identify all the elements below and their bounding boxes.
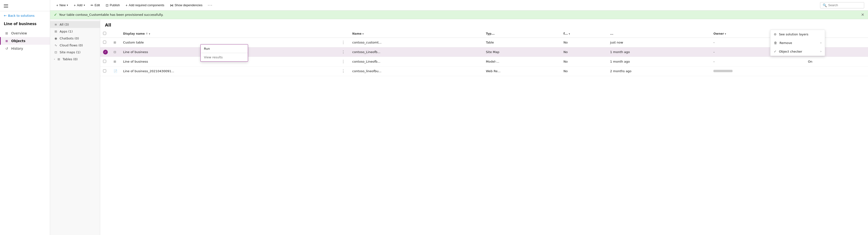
sidebar-item-overview[interactable]: ⊞ Overview [0,29,50,37]
display-name-label: Display name [123,32,145,35]
row2-check-circle: ✓ [103,50,108,54]
row2-checkbox-cell[interactable]: ✓ [100,47,111,57]
remove-item[interactable]: 🗑 Remove › [770,38,825,47]
see-solution-layers-item[interactable]: ⊛ See solution layers [770,30,825,38]
more-actions-button[interactable]: ··· [206,1,215,9]
solution-title: Line of business [0,20,50,29]
object-checker-icon: ✓ [774,50,777,53]
row3-type-icon-cell: ⊞ [111,57,120,67]
add-button[interactable]: + Add ▾ [71,2,87,8]
modified-header[interactable]: ... [607,30,711,38]
content-area: ≡ All (3) ⊞ Apps (1) ◉ Chatbots (0) ∿ Cl… [50,19,868,235]
row4-modified: 2 months ago [607,67,711,76]
banner-close-button[interactable]: ✕ [861,12,864,17]
run-dropdown: Run View results [200,44,248,62]
show-dependencies-button[interactable]: ⋈ Show dependencies [168,2,205,8]
row1-more-button[interactable]: ⋮ [340,40,347,45]
more-col-header [337,30,349,38]
owner-chevron-icon[interactable]: ▾ [725,32,726,35]
row4-more-cell[interactable]: ⋮ [337,67,349,76]
sidebar-item-objects-label: Objects [11,39,26,43]
tables-icon: ⊞ [57,57,61,61]
select-all-header[interactable] [100,30,111,38]
back-arrow-icon: ← [4,14,7,18]
publish-button[interactable]: ⊡ Publish [103,2,122,8]
sidebar-item-objects[interactable]: ≡ Objects [0,37,50,45]
type-header[interactable]: Typ... [483,30,561,38]
row2-name: contoso_Lineofb... [349,47,483,57]
solution-layers-icon: ⊛ [774,32,777,36]
hamburger-button[interactable] [4,3,8,9]
search-box[interactable]: 🔍 [820,2,864,8]
plus-icon: + [56,3,58,7]
display-name-header[interactable]: Display name ↑ ▾ [120,30,337,38]
objects-site-maps-item[interactable]: ⊡ Site maps (1) [50,49,100,56]
managed-header[interactable]: f... ▾ [561,30,607,38]
name-header[interactable]: Name ▾ [349,30,483,38]
objects-all-label: All (3) [60,23,69,26]
add-required-button[interactable]: + Add required components [123,2,167,8]
row1-type-icon: ⊞ [114,41,116,44]
owner-label: Owner [713,32,724,35]
row2-more-cell[interactable]: ⋮ [337,47,349,57]
row4-type-icon-cell: 📄 [111,67,120,76]
objects-icon: ≡ [4,39,9,43]
new-chevron-icon: ▾ [67,4,68,6]
edit-button[interactable]: ✏ Edit [88,2,102,8]
show-dependencies-label: Show dependencies [175,3,203,7]
row4-display-name: Line of business_20210430091... [120,67,337,76]
row4-more-button[interactable]: ⋮ [340,68,347,74]
sidebar-header [0,0,50,11]
history-icon: ↺ [4,47,9,50]
row2-more-button[interactable]: ⋮ [340,49,347,55]
run-dropdown-run-item[interactable]: Run [200,45,248,53]
new-button[interactable]: + New ▾ [54,2,70,8]
row3-more-button[interactable]: ⋮ [340,59,347,64]
edit-label: Edit [95,3,100,7]
row2-type-icon: ⊡ [114,50,116,54]
row3-name: contoso_Lineofb... [349,57,483,67]
success-banner: ✓ Your table contoso_Customtable has bee… [50,10,868,19]
display-name-chevron-icon[interactable]: ▾ [149,32,150,35]
row1-name: contoso_customt... [349,38,483,47]
objects-chatbots-item[interactable]: ◉ Chatbots (0) [50,35,100,42]
toolbar: + New ▾ + Add ▾ ✏ Edit ⊡ Publish + Add r… [50,0,868,10]
chatbots-icon: ◉ [54,36,58,40]
success-check-icon: ✓ [54,12,57,17]
see-solution-layers-left: ⊛ See solution layers [774,32,808,36]
row3-type: Model-... [483,57,561,67]
row1-checkbox-cell[interactable] [100,38,111,47]
back-to-solutions-link[interactable]: ← Back to solutions [0,11,50,20]
objects-cloud-flows-item[interactable]: ∿ Cloud flows (0) [50,42,100,49]
row2-type-icon-cell: ⊡ [111,47,120,57]
view-results-item: View results [200,53,248,61]
search-input[interactable] [828,3,862,7]
search-icon: 🔍 [823,3,827,7]
row3-checkbox-cell[interactable] [100,57,111,67]
row1-more-cell[interactable]: ⋮ [337,38,349,47]
managed-chevron-icon[interactable]: ▾ [569,32,570,35]
row1-checkbox[interactable] [103,41,106,44]
remove-icon: 🗑 [774,41,777,45]
publish-label: Publish [110,3,120,7]
row4-owner-redacted [713,70,733,72]
object-checker-item[interactable]: ✓ Object checker › [770,47,825,56]
row4-checkbox[interactable] [103,69,106,73]
select-all-checkbox[interactable] [103,32,106,35]
row2-type: Site Map [483,47,561,57]
object-checker-label: Object checker [779,50,802,53]
sidebar-item-history[interactable]: ↺ History [0,45,50,52]
objects-all-item[interactable]: ≡ All (3) [50,21,100,28]
name-chevron-icon[interactable]: ▾ [363,32,364,35]
publish-icon: ⊡ [106,3,108,7]
row1-managed: No [561,38,607,47]
row4-checkbox-cell[interactable] [100,67,111,76]
row4-name: contoso_lineofbu... [349,67,483,76]
row3-checkbox[interactable] [103,60,106,63]
objects-tables-item[interactable]: › ⊞ Tables (0) [50,56,100,63]
dependencies-icon: ⋈ [170,3,174,7]
objects-apps-item[interactable]: ⊞ Apps (1) [50,28,100,35]
objects-chatbots-label: Chatbots (0) [60,36,79,40]
all-icon: ≡ [54,23,58,26]
row3-more-cell[interactable]: ⋮ [337,57,349,67]
